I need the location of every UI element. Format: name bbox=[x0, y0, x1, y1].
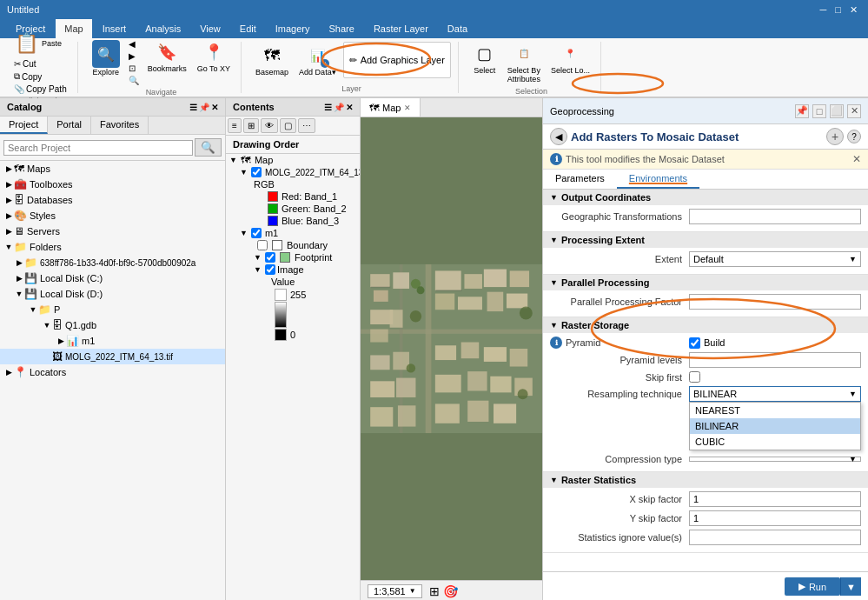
skip-first-checkbox[interactable] bbox=[689, 371, 700, 383]
map-tab-close[interactable]: ✕ bbox=[404, 103, 411, 112]
raster-statistics-header[interactable]: ▼ Raster Statistics bbox=[543, 472, 868, 488]
copy-path-button[interactable]: 📎 Copy Path bbox=[10, 83, 70, 95]
tab-edit[interactable]: Edit bbox=[231, 19, 265, 38]
image-checkbox[interactable] bbox=[265, 264, 275, 275]
pyramid-build-checkbox[interactable] bbox=[689, 337, 700, 349]
y-skip-input[interactable] bbox=[689, 510, 861, 526]
bookmarks-button[interactable]: 🔖 Bookmarks bbox=[144, 38, 190, 86]
geo-add-button[interactable]: + bbox=[826, 128, 844, 145]
catalog-item-databases[interactable]: ▶ 🗄 Databases bbox=[0, 192, 225, 208]
tab-view[interactable]: View bbox=[191, 19, 229, 38]
contents-close-btn[interactable]: ✕ bbox=[346, 103, 353, 112]
coord-icon[interactable]: 🎯 bbox=[443, 584, 458, 598]
catalog-item-q1gdb[interactable]: ▼ 🗄 Q1.gdb bbox=[0, 317, 225, 333]
add-data-button[interactable]: 📊+ Add Data▾ bbox=[295, 42, 340, 78]
boundary-checkbox[interactable] bbox=[257, 240, 268, 250]
catalog-tab-project[interactable]: Project bbox=[0, 117, 48, 134]
tab-insert[interactable]: Insert bbox=[94, 19, 136, 38]
image-row[interactable]: ▼ Image bbox=[254, 263, 360, 276]
select-loc-button[interactable]: 📍 Select Lo... bbox=[547, 40, 593, 85]
paste-button[interactable]: 📋 Paste bbox=[10, 30, 70, 57]
catalog-item-maps[interactable]: ▶ 🗺 Maps bbox=[0, 161, 225, 177]
geo-restore-btn[interactable]: □ bbox=[812, 104, 826, 118]
contents-pin-btn[interactable]: 📌 bbox=[334, 103, 344, 112]
catalog-item-toolboxes[interactable]: ▶ 🧰 Toolboxes bbox=[0, 177, 225, 192]
resampling-select[interactable]: BILINEAR ▼ bbox=[689, 386, 861, 402]
contents-item-map[interactable]: ▼ 🗺 Map bbox=[226, 154, 360, 166]
contents-menu-btn[interactable]: ☰ bbox=[324, 103, 332, 112]
catalog-tab-portal[interactable]: Portal bbox=[48, 117, 91, 134]
run-dropdown-button[interactable]: ▼ bbox=[840, 577, 861, 596]
catalog-item-localc[interactable]: ▶ 💾 Local Disk (C:) bbox=[0, 270, 225, 286]
maximize-btn[interactable]: □ bbox=[832, 4, 845, 16]
nav-back-button[interactable]: ◀ bbox=[127, 38, 141, 50]
catalog-close-btn[interactable]: ✕ bbox=[211, 103, 218, 112]
list-by-visibility-btn[interactable]: 👁 bbox=[261, 118, 278, 133]
contents-more-btn[interactable]: ⋯ bbox=[298, 118, 315, 133]
parallel-factor-input[interactable] bbox=[689, 294, 861, 310]
geo-tab-environments[interactable]: Environments bbox=[617, 170, 699, 189]
geo-maximize-btn[interactable]: ⬜ bbox=[830, 104, 844, 118]
catalog-item-p[interactable]: ▼ 📁 P bbox=[0, 302, 225, 317]
catalog-item-styles[interactable]: ▶ 🎨 Styles bbox=[0, 208, 225, 223]
footprint-row[interactable]: ▼ Footprint bbox=[254, 251, 360, 263]
tab-share[interactable]: Share bbox=[321, 19, 363, 38]
catalog-search-input[interactable] bbox=[3, 140, 193, 156]
tab-analysis[interactable]: Analysis bbox=[136, 19, 189, 38]
extent-select[interactable]: Default ▼ bbox=[689, 251, 861, 267]
catalog-menu-btn[interactable]: ☰ bbox=[189, 103, 197, 112]
resampling-option-cubic[interactable]: CUBIC bbox=[690, 434, 860, 450]
basemap-button[interactable]: 🗺 Basemap bbox=[252, 42, 292, 78]
list-by-source-btn[interactable]: ⊞ bbox=[243, 118, 259, 133]
catalog-item-m1[interactable]: ▶ 📊 m1 bbox=[0, 333, 225, 349]
copy-button[interactable]: ⧉ Copy bbox=[10, 70, 70, 83]
ignore-values-input[interactable] bbox=[689, 530, 861, 545]
resampling-option-nearest[interactable]: NEAREST bbox=[690, 403, 860, 418]
grid-icon[interactable]: ⊞ bbox=[429, 584, 440, 598]
list-by-drawing-btn[interactable]: ≡ bbox=[228, 118, 242, 133]
scale-indicator[interactable]: 1:3,581 ▼ bbox=[368, 584, 422, 598]
geo-tab-parameters[interactable]: Parameters bbox=[543, 170, 617, 189]
map-tab[interactable]: 🗺 Map ✕ bbox=[361, 98, 421, 117]
nav-forward-button[interactable]: ▶ bbox=[127, 50, 141, 62]
geo-info-close-btn[interactable]: ✕ bbox=[852, 153, 861, 165]
compression-select[interactable]: ▼ bbox=[689, 457, 861, 462]
run-button[interactable]: ▶ Run bbox=[785, 577, 840, 596]
catalog-item-folder1[interactable]: ▶ 📁 638ff786-1b33-4d0f-bf9c-5700db00902a bbox=[0, 255, 225, 270]
processing-extent-header[interactable]: ▼ Processing Extent bbox=[543, 232, 868, 248]
tab-raster-layer[interactable]: Raster Layer bbox=[365, 19, 437, 38]
geo-transformations-input[interactable] bbox=[689, 209, 861, 224]
x-skip-input[interactable] bbox=[689, 491, 861, 507]
contents-layer-molg-row[interactable]: ▼ MOLG_2022_ITM_64_13.tif bbox=[240, 166, 360, 178]
explore-button[interactable]: 🔍 Explore bbox=[89, 38, 123, 86]
geo-help-button[interactable]: ? bbox=[847, 130, 861, 143]
parallel-processing-header[interactable]: ▼ Parallel Processing bbox=[543, 275, 868, 290]
zoom-full-button[interactable]: ⊡ bbox=[127, 63, 141, 74]
layer-m1-checkbox[interactable] bbox=[251, 228, 262, 238]
catalog-item-locators[interactable]: ▶ 📍 Locators bbox=[0, 364, 225, 380]
catalog-tab-favorites[interactable]: Favorites bbox=[91, 117, 149, 134]
resampling-option-bilinear[interactable]: BILINEAR bbox=[690, 418, 860, 434]
go-to-xy-button[interactable]: 📍 Go To XY bbox=[194, 38, 234, 86]
select-button[interactable]: ▢ Select bbox=[469, 40, 500, 85]
geo-pin-btn[interactable]: 📌 bbox=[795, 104, 809, 118]
catalog-item-folders[interactable]: ▼ 📁 Folders bbox=[0, 239, 225, 255]
map-viewport[interactable] bbox=[361, 117, 542, 580]
cut-button[interactable]: ✂ Cut bbox=[10, 58, 70, 70]
close-btn[interactable]: ✕ bbox=[846, 4, 861, 16]
catalog-item-molg[interactable]: 🖼 MOLG_2022_ITM_64_13.tif bbox=[0, 349, 225, 364]
catalog-search-button[interactable]: 🔍 bbox=[195, 138, 222, 157]
catalog-item-servers[interactable]: ▶ 🖥 Servers bbox=[0, 223, 225, 239]
contents-layer-m1-row[interactable]: ▼ m1 bbox=[240, 227, 360, 239]
select-by-attr-button[interactable]: 📋 Select ByAttributes bbox=[504, 40, 544, 85]
catalog-pin-btn[interactable]: 📌 bbox=[199, 103, 209, 112]
list-by-selection-btn[interactable]: ▢ bbox=[280, 118, 296, 133]
pyramid-levels-input[interactable] bbox=[689, 352, 861, 368]
geo-close-btn[interactable]: ✕ bbox=[847, 104, 861, 118]
tab-data[interactable]: Data bbox=[439, 19, 476, 38]
boundary-row[interactable]: Boundary bbox=[254, 239, 360, 251]
catalog-item-locald[interactable]: ▼ 💾 Local Disk (D:) bbox=[0, 286, 225, 302]
layer-molg-checkbox[interactable] bbox=[251, 167, 262, 177]
footprint-checkbox[interactable] bbox=[265, 252, 275, 263]
minimize-btn[interactable]: ─ bbox=[817, 4, 831, 16]
